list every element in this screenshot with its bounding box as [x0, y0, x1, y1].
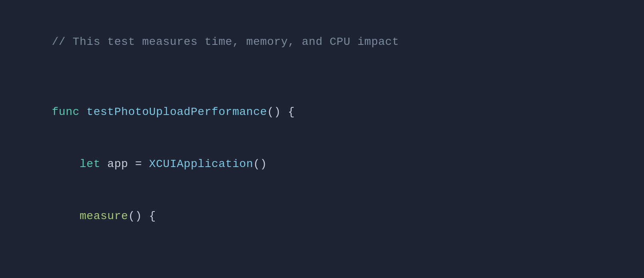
func-declaration-line: func testPhotoUploadPerformance() { [24, 86, 620, 138]
let-varname: app = [107, 158, 149, 170]
let-keyword: let [80, 158, 107, 170]
blank-line-2 [24, 242, 620, 260]
func-parens: () { [267, 106, 295, 118]
measure-keyword: measure [80, 210, 128, 222]
xcui-class: XCUIApplication [149, 158, 253, 170]
xcui-call: () [253, 158, 267, 170]
blank-line-1 [24, 68, 620, 86]
measure-line: measure() { [24, 190, 620, 242]
code-block: // This test measures time, memory, and … [0, 0, 644, 278]
func-name: testPhotoUploadPerformance [86, 106, 267, 118]
let-indent [52, 158, 79, 170]
comment-text: // This test measures time, memory, and … [52, 36, 399, 48]
let-line: let app = XCUIApplication() [24, 138, 620, 190]
measure-indent [52, 210, 79, 222]
measure-call: () { [128, 210, 156, 222]
blank-line-3 [24, 260, 620, 278]
comment-line: // This test measures time, memory, and … [24, 16, 620, 68]
func-keyword: func [52, 106, 86, 118]
